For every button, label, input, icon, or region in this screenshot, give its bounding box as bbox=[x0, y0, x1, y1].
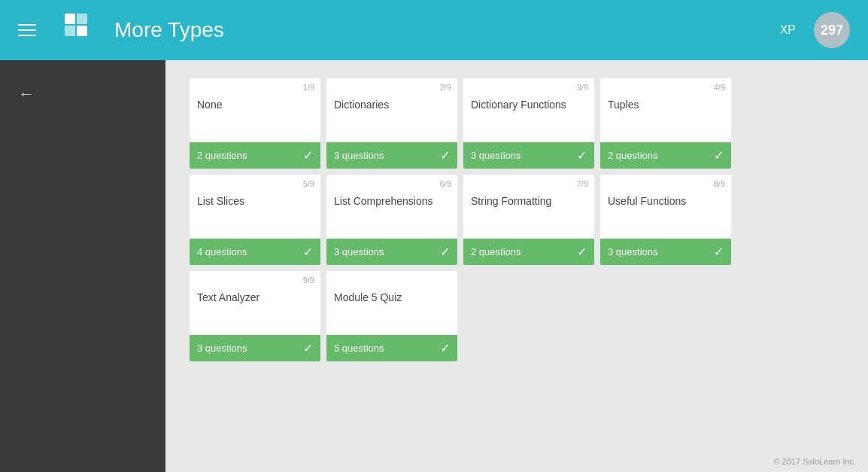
card-top: Module 5 Quiz bbox=[326, 271, 457, 335]
card-item: 9/9 Text Analyzer 3 questions ✓ bbox=[190, 271, 320, 361]
card-questions: 4 questions bbox=[197, 246, 247, 257]
card-questions: 5 questions bbox=[334, 343, 384, 354]
svg-rect-3 bbox=[77, 26, 87, 36]
card-number: 3/9 bbox=[577, 83, 588, 92]
svg-rect-0 bbox=[65, 14, 75, 24]
card-questions: 2 questions bbox=[471, 246, 521, 257]
card-item: Module 5 Quiz 5 questions ✓ bbox=[326, 271, 457, 361]
check-icon: ✓ bbox=[303, 341, 313, 355]
card-questions: 3 questions bbox=[334, 150, 384, 161]
card-footer[interactable]: 2 questions ✓ bbox=[190, 142, 320, 169]
card-number: 7/9 bbox=[577, 179, 588, 188]
card-title: Useful Functions bbox=[608, 194, 724, 208]
check-icon: ✓ bbox=[577, 245, 587, 259]
card-questions: 2 questions bbox=[608, 150, 658, 161]
card-top: 8/9 Useful Functions bbox=[600, 175, 731, 239]
card-item: 3/9 Dictionary Functions 3 questions ✓ bbox=[463, 78, 594, 169]
card-top: 9/9 Text Analyzer bbox=[190, 271, 320, 335]
card-title: None bbox=[197, 98, 313, 111]
card-top: 3/9 Dictionary Functions bbox=[463, 78, 594, 142]
card-title: List Comprehensions bbox=[334, 194, 450, 208]
card-number: 5/9 bbox=[303, 179, 314, 188]
back-button[interactable]: ← bbox=[18, 84, 35, 104]
card-top: 7/9 String Formatting bbox=[463, 175, 594, 239]
check-icon: ✓ bbox=[577, 148, 587, 163]
card-footer[interactable]: 4 questions ✓ bbox=[190, 239, 320, 265]
card-title: String Formatting bbox=[471, 194, 587, 208]
card-number: 9/9 bbox=[303, 276, 314, 285]
card-top: 4/9 Tuples bbox=[600, 78, 731, 142]
footer-text: © 2017 SoloLearn Inc. bbox=[773, 457, 856, 466]
card-questions: 3 questions bbox=[471, 150, 521, 161]
card-item: 7/9 String Formatting 2 questions ✓ bbox=[463, 175, 594, 265]
logo bbox=[57, 11, 93, 50]
card-footer[interactable]: 5 questions ✓ bbox=[326, 335, 457, 361]
card-item: 1/9 None 2 questions ✓ bbox=[190, 78, 320, 169]
check-icon: ✓ bbox=[714, 148, 724, 163]
page-title: More Types bbox=[114, 18, 768, 42]
card-footer[interactable]: 2 questions ✓ bbox=[600, 142, 731, 169]
card-title: Tuples bbox=[608, 98, 724, 111]
card-footer[interactable]: 3 questions ✓ bbox=[190, 335, 320, 361]
card-number: 1/9 bbox=[303, 83, 314, 92]
sidebar: ← bbox=[0, 60, 165, 472]
card-title: Text Analyzer bbox=[197, 291, 313, 304]
card-footer[interactable]: 3 questions ✓ bbox=[463, 142, 594, 169]
card-top: 1/9 None bbox=[190, 78, 320, 142]
card-top: 2/9 Dictionaries bbox=[326, 78, 457, 142]
card-footer[interactable]: 3 questions ✓ bbox=[326, 239, 457, 265]
svg-rect-2 bbox=[65, 26, 75, 36]
card-title: Dictionary Functions bbox=[471, 98, 587, 111]
card-title: Dictionaries bbox=[334, 98, 450, 111]
svg-rect-1 bbox=[77, 14, 87, 24]
card-item: 6/9 List Comprehensions 3 questions ✓ bbox=[326, 175, 457, 265]
card-grid: 1/9 None 2 questions ✓ 2/9 Dictionaries … bbox=[190, 78, 731, 361]
card-questions: 2 questions bbox=[197, 150, 247, 161]
check-icon: ✓ bbox=[714, 245, 724, 259]
card-top: 5/9 List Slices bbox=[190, 175, 320, 239]
check-icon: ✓ bbox=[440, 341, 450, 355]
card-item: 8/9 Useful Functions 3 questions ✓ bbox=[600, 175, 731, 265]
card-questions: 3 questions bbox=[197, 343, 247, 354]
card-footer[interactable]: 3 questions ✓ bbox=[600, 239, 731, 265]
card-number: 2/9 bbox=[440, 83, 451, 92]
card-footer[interactable]: 3 questions ✓ bbox=[326, 142, 457, 169]
header: More Types XP 297 bbox=[0, 0, 868, 60]
card-questions: 3 questions bbox=[334, 246, 384, 257]
menu-button[interactable] bbox=[18, 24, 36, 36]
card-item: 2/9 Dictionaries 3 questions ✓ bbox=[326, 78, 457, 169]
check-icon: ✓ bbox=[303, 245, 313, 259]
xp-badge: 297 bbox=[814, 12, 850, 48]
card-number: 4/9 bbox=[714, 83, 725, 92]
check-icon: ✓ bbox=[440, 245, 450, 259]
xp-label: XP bbox=[780, 23, 796, 37]
check-icon: ✓ bbox=[303, 148, 313, 163]
main-area: ← 1/9 None 2 questions ✓ 2/9 Dictionarie… bbox=[0, 60, 868, 472]
card-item: 4/9 Tuples 2 questions ✓ bbox=[600, 78, 731, 169]
check-icon: ✓ bbox=[440, 148, 450, 163]
card-top: 6/9 List Comprehensions bbox=[326, 175, 457, 239]
card-footer[interactable]: 2 questions ✓ bbox=[463, 239, 594, 265]
card-number: 6/9 bbox=[440, 179, 451, 188]
card-title: List Slices bbox=[197, 194, 313, 208]
content-area: 1/9 None 2 questions ✓ 2/9 Dictionaries … bbox=[165, 60, 868, 472]
card-number: 8/9 bbox=[714, 179, 725, 188]
card-title: Module 5 Quiz bbox=[334, 291, 450, 304]
card-item: 5/9 List Slices 4 questions ✓ bbox=[190, 175, 320, 265]
card-questions: 3 questions bbox=[608, 246, 658, 257]
